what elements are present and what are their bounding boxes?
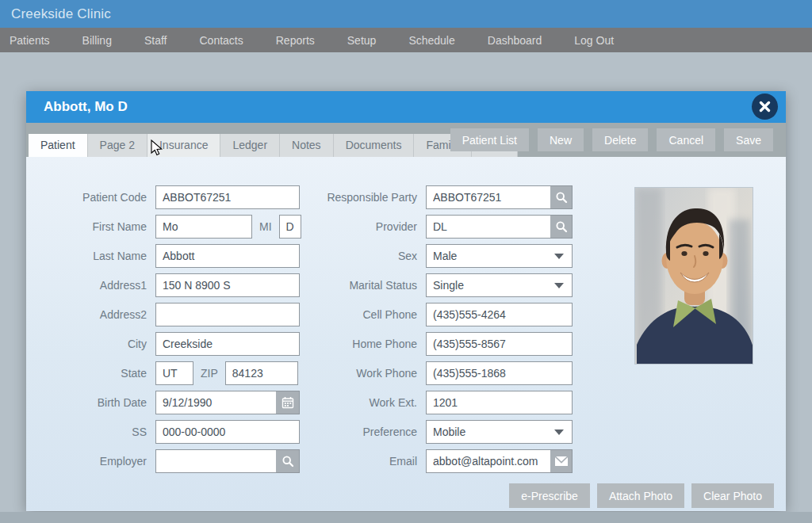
first-name-label: First Name (56, 220, 147, 233)
header-buttons: Patient ListNewDeleteCancelSave (450, 128, 773, 151)
address1-input[interactable] (155, 273, 300, 297)
form-row-last-name: Last Name (56, 244, 301, 268)
ss-label: SS (56, 426, 147, 438)
email-input[interactable] (426, 449, 550, 473)
email-icon (554, 456, 569, 467)
form-row-home-phone: Home Phone (314, 332, 573, 356)
nav-item-contacts[interactable]: Contacts (200, 34, 243, 47)
form-row-city: City (56, 332, 301, 356)
marital-status-select[interactable]: Single (426, 273, 573, 297)
tab-documents[interactable]: Documents (334, 134, 415, 157)
provider-search-button[interactable] (550, 215, 573, 239)
home-phone-label: Home Phone (314, 338, 417, 350)
form-row-employer: Employer (56, 449, 301, 473)
chevron-down-icon (554, 283, 564, 288)
e-prescribe-button[interactable]: e-Prescribe (509, 483, 590, 508)
tab-page-2[interactable]: Page 2 (88, 134, 147, 157)
new-button[interactable]: New (538, 128, 584, 151)
cell-phone-input[interactable] (426, 303, 573, 326)
responsible-party-search-button[interactable] (550, 185, 573, 209)
tab-notes[interactable]: Notes (280, 134, 334, 157)
birth-date-input[interactable] (155, 391, 276, 414)
tab-patient[interactable]: Patient (29, 134, 88, 157)
tab-insurance[interactable]: Insurance (147, 134, 220, 157)
nav-item-setup[interactable]: Setup (347, 34, 377, 47)
main-nav: PatientsBillingStaffContactsReportsSetup… (0, 28, 812, 52)
form-row-state: StateZIP (56, 361, 301, 385)
email-email-button[interactable] (550, 449, 573, 473)
close-button[interactable] (752, 94, 778, 120)
provider-input[interactable] (426, 215, 550, 239)
tab-strip: PatientPage 2InsuranceLedgerNotesDocumen… (29, 134, 518, 157)
dialog-titlebar: Abbott, Mo D (26, 91, 786, 123)
address2-input[interactable] (155, 303, 300, 326)
state-label: State (56, 367, 147, 380)
nav-item-dashboard[interactable]: Dashboard (488, 34, 542, 47)
nav-item-schedule[interactable]: Schedule (408, 34, 454, 47)
patient-list-button[interactable]: Patient List (450, 128, 529, 151)
screen: Creekside Clinic PatientsBillingStaffCon… (0, 0, 812, 523)
first-name-input[interactable] (155, 215, 252, 239)
form-row-cell-phone: Cell Phone (314, 303, 573, 326)
form-row-email: Email (314, 449, 573, 473)
chevron-down-icon (554, 254, 564, 259)
nav-item-reports[interactable]: Reports (276, 34, 315, 47)
dialog-title: Abbott, Mo D (44, 99, 128, 115)
birth-date-calendar-button[interactable] (276, 391, 300, 414)
zip-input[interactable] (225, 361, 298, 385)
form-row-preference: PreferenceMobile (314, 420, 573, 444)
birth-date-label: Birth Date (56, 396, 147, 409)
state-input[interactable] (155, 361, 193, 385)
employer-search-button[interactable] (276, 449, 300, 473)
address1-label: Address1 (56, 279, 147, 292)
clear-photo-button[interactable]: Clear Photo (691, 483, 774, 508)
form-row-responsible-party: Responsible Party (314, 185, 573, 209)
save-button[interactable]: Save (724, 128, 773, 151)
last-name-input[interactable] (155, 244, 300, 268)
footer-buttons: e-PrescribeAttach PhotoClear Photo (509, 483, 774, 508)
patient-code-input[interactable] (155, 185, 300, 209)
work-phone-input[interactable] (426, 361, 573, 385)
sex-value: Male (433, 250, 457, 262)
employer-input[interactable] (155, 449, 276, 473)
form-row-work-phone: Work Phone (314, 361, 573, 385)
sex-select[interactable]: Male (426, 244, 573, 268)
search-icon (282, 455, 294, 468)
ss-input[interactable] (155, 420, 300, 444)
cancel-button[interactable]: Cancel (657, 128, 715, 151)
form-row-marital-status: Marital StatusSingle (314, 273, 573, 297)
city-label: City (56, 338, 147, 350)
patient-photo-image (635, 188, 753, 365)
form-row-sex: SexMale (314, 244, 573, 268)
work-phone-label: Work Phone (314, 367, 417, 380)
responsible-party-label: Responsible Party (314, 191, 417, 204)
mi-input[interactable] (279, 215, 301, 239)
cell-phone-label: Cell Phone (314, 308, 417, 321)
nav-item-billing[interactable]: Billing (82, 34, 112, 47)
email-label: Email (314, 455, 417, 468)
form-row-birth-date: Birth Date (56, 391, 301, 414)
preference-value: Mobile (433, 426, 465, 438)
home-phone-input[interactable] (426, 332, 573, 356)
tab-ledger[interactable]: Ledger (220, 134, 280, 157)
last-name-label: Last Name (56, 250, 147, 262)
work-ext-label: Work Ext. (314, 396, 417, 409)
marital-status-value: Single (433, 279, 464, 292)
work-ext-input[interactable] (426, 391, 573, 414)
preference-select[interactable]: Mobile (426, 420, 573, 444)
dialog-content: Patient CodeFirst NameMILast NameAddress… (26, 157, 786, 511)
bottom-band (0, 512, 812, 523)
form-column-right: Responsible PartyProviderSexMaleMarital … (314, 185, 573, 479)
chevron-down-icon (554, 429, 564, 435)
close-icon (759, 101, 771, 113)
form-column-left: Patient CodeFirst NameMILast NameAddress… (56, 185, 301, 479)
nav-item-staff[interactable]: Staff (144, 34, 167, 47)
calendar-icon (282, 396, 294, 409)
delete-button[interactable]: Delete (592, 128, 648, 151)
city-input[interactable] (155, 332, 300, 356)
responsible-party-input[interactable] (426, 185, 550, 209)
nav-item-patients[interactable]: Patients (10, 34, 50, 47)
attach-photo-button[interactable]: Attach Photo (597, 483, 684, 508)
nav-item-log-out[interactable]: Log Out (574, 34, 614, 47)
app-title: Creekside Clinic (11, 6, 111, 22)
